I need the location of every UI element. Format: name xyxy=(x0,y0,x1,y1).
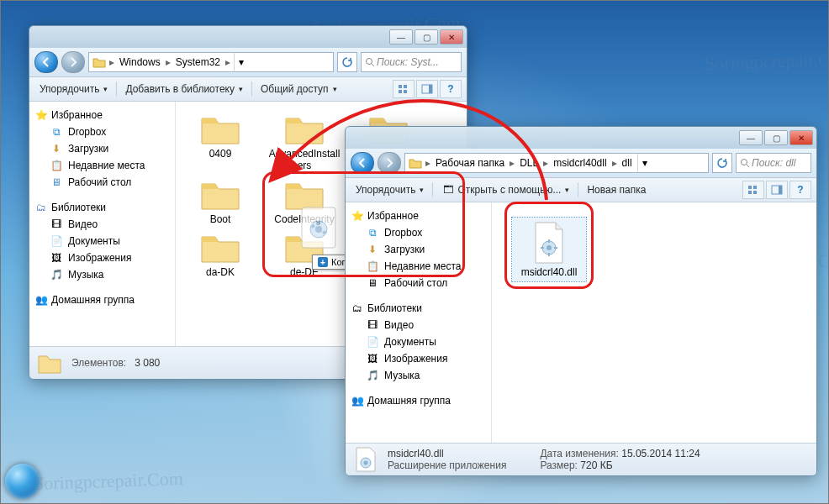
minimize-button[interactable]: — xyxy=(739,130,763,145)
folder-item[interactable]: AdvancedInstallers xyxy=(267,110,342,172)
toolbar: Упорядочить 🗔 Открыть с помощью... Новая… xyxy=(346,178,816,202)
svg-rect-4 xyxy=(404,90,407,93)
svg-point-13 xyxy=(742,160,747,165)
toolbar: Упорядочить Добавить в библиотеку Общий … xyxy=(29,77,467,102)
desktop-icon: 🖥 xyxy=(50,176,63,189)
sidebar-item-documents[interactable]: 📄Документы xyxy=(349,333,488,350)
back-button[interactable] xyxy=(351,152,374,174)
sidebar-item-music[interactable]: 🎵Музыка xyxy=(33,266,172,283)
folder-icon xyxy=(282,110,326,147)
image-icon: 🖼 xyxy=(366,352,379,365)
address-dropdown[interactable]: ▾ xyxy=(637,154,652,172)
search-placeholder: Поиск: dll xyxy=(752,157,795,169)
file-item-dll[interactable]: msidcrl40.dll xyxy=(512,218,586,281)
refresh-button[interactable] xyxy=(712,153,732,173)
search-input[interactable]: Поиск: Syst... xyxy=(361,52,462,72)
sidebar-header-libraries[interactable]: 🗂 Библиотеки xyxy=(33,199,172,216)
add-to-library-button[interactable]: Добавить в библиотеку xyxy=(120,81,248,97)
drag-ghost-icon xyxy=(293,202,344,253)
file-label: msidcrl40.dll xyxy=(521,266,578,278)
sidebar-item-pictures[interactable]: 🖼Изображения xyxy=(349,350,488,367)
address-dropdown[interactable]: ▾ xyxy=(234,53,248,71)
breadcrumb-item[interactable]: dll xyxy=(620,157,634,169)
download-icon: ⬇ xyxy=(366,243,379,256)
sidebar-item-videos[interactable]: 🎞Видео xyxy=(33,216,172,233)
folder-item[interactable]: Boot xyxy=(182,176,258,226)
folder-icon xyxy=(92,55,106,69)
svg-point-0 xyxy=(367,59,372,65)
preview-pane-button[interactable] xyxy=(416,80,438,98)
open-with-button[interactable]: 🗔 Открыть с помощью... xyxy=(436,181,574,199)
svg-point-9 xyxy=(315,226,322,233)
svg-rect-17 xyxy=(753,191,757,194)
sidebar-item-dropbox[interactable]: ⧉Dropbox xyxy=(349,224,488,241)
folder-content-area[interactable]: msidcrl40.dll xyxy=(492,202,816,443)
sidebar-item-recent[interactable]: 📋Недавние места xyxy=(349,258,488,275)
svg-rect-19 xyxy=(779,186,782,194)
close-button[interactable]: ✕ xyxy=(789,130,813,145)
address-bar[interactable]: ▸ Windows ▸ System32 ▸ ▾ xyxy=(88,52,334,72)
breadcrumb-item[interactable]: System32 xyxy=(174,56,222,68)
status-elements-count: 3 080 xyxy=(135,357,160,369)
help-button[interactable]: ? xyxy=(440,80,462,98)
chevron-right-icon: ▸ xyxy=(109,56,114,68)
organize-button[interactable]: Упорядочить xyxy=(34,81,113,97)
minimize-button[interactable]: — xyxy=(389,29,413,45)
refresh-button[interactable] xyxy=(337,52,357,72)
titlebar[interactable]: — ▢ ✕ xyxy=(29,26,467,48)
sidebar-header-homegroup[interactable]: 👥 Домашняя группа xyxy=(349,392,488,409)
sidebar-item-desktop[interactable]: 🖥Рабочий стол xyxy=(349,275,488,291)
sidebar-item-music[interactable]: 🎵Музыка xyxy=(349,367,488,384)
maximize-button[interactable]: ▢ xyxy=(414,29,438,45)
svg-rect-1 xyxy=(399,85,402,88)
sidebar-header-favorites[interactable]: ⭐ Избранное xyxy=(349,207,488,224)
maximize-button[interactable]: ▢ xyxy=(764,130,788,145)
explorer-window-dll[interactable]: — ▢ ✕ ▸ Рабочая папка ▸ DLL ▸ msidcrl40d… xyxy=(345,126,817,476)
sidebar-item-dropbox[interactable]: ⧉Dropbox xyxy=(33,123,172,140)
sidebar-item-recent[interactable]: 📋Недавние места xyxy=(33,157,172,174)
homegroup-icon: 👥 xyxy=(34,293,48,307)
breadcrumb-item[interactable]: Windows xyxy=(118,56,162,68)
new-folder-button[interactable]: Новая папка xyxy=(582,181,651,198)
sidebar-item-downloads[interactable]: ⬇Загрузки xyxy=(33,140,172,157)
breadcrumb-item[interactable]: DLL xyxy=(518,157,540,169)
sidebar-header-homegroup[interactable]: 👥 Домашняя группа xyxy=(33,291,172,308)
navbar: ▸ Windows ▸ System32 ▸ ▾ Поиск: Syst... xyxy=(29,48,467,77)
sidebar-item-downloads[interactable]: ⬇Загрузки xyxy=(349,241,488,258)
sidebar-item-documents[interactable]: 📄Документы xyxy=(33,233,172,249)
start-orb[interactable] xyxy=(5,464,40,499)
search-input[interactable]: Поиск: dll xyxy=(736,153,811,173)
view-options-button[interactable] xyxy=(393,80,414,98)
desktop-icon: 🖥 xyxy=(366,276,379,290)
star-icon: ⭐ xyxy=(34,108,48,122)
forward-button[interactable] xyxy=(378,152,401,174)
dll-file-icon xyxy=(352,446,379,473)
back-button[interactable] xyxy=(34,51,58,73)
folder-icon xyxy=(409,156,422,170)
help-button[interactable]: ? xyxy=(789,181,811,199)
organize-button[interactable]: Упорядочить xyxy=(351,181,429,198)
view-options-button[interactable] xyxy=(742,181,764,199)
forward-button[interactable] xyxy=(61,51,85,73)
sidebar-header-libraries[interactable]: 🗂 Библиотеки xyxy=(349,300,488,317)
share-button[interactable]: Общий доступ xyxy=(256,81,342,97)
svg-rect-3 xyxy=(399,90,402,93)
status-bar: msidcrl40.dll Расширение приложения Дата… xyxy=(346,443,816,475)
sidebar-item-desktop[interactable]: 🖥Рабочий стол xyxy=(33,174,172,191)
close-button[interactable]: ✕ xyxy=(440,29,463,45)
image-icon: 🖼 xyxy=(50,251,63,265)
folder-item[interactable]: 0409 xyxy=(182,110,258,172)
breadcrumb-item[interactable]: msidcrl40dll xyxy=(552,157,608,169)
sidebar-header-favorites[interactable]: ⭐ Избранное xyxy=(33,107,172,123)
address-bar[interactable]: ▸ Рабочая папка ▸ DLL ▸ msidcrl40dll ▸ d… xyxy=(404,153,709,173)
sidebar-item-videos[interactable]: 🎞Видео xyxy=(349,317,488,333)
dropbox-icon: ⧉ xyxy=(366,226,379,239)
folder-item[interactable]: da-DK xyxy=(182,228,258,279)
sidebar: ⭐ Избранное ⧉Dropbox ⬇Загрузки 📋Недавние… xyxy=(346,202,492,443)
titlebar[interactable]: — ▢ ✕ xyxy=(346,127,816,149)
music-icon: 🎵 xyxy=(366,369,379,382)
sidebar-item-pictures[interactable]: 🖼Изображения xyxy=(33,249,172,266)
svg-rect-2 xyxy=(404,85,407,88)
breadcrumb-item[interactable]: Рабочая папка xyxy=(434,157,506,169)
preview-pane-button[interactable] xyxy=(766,181,788,199)
